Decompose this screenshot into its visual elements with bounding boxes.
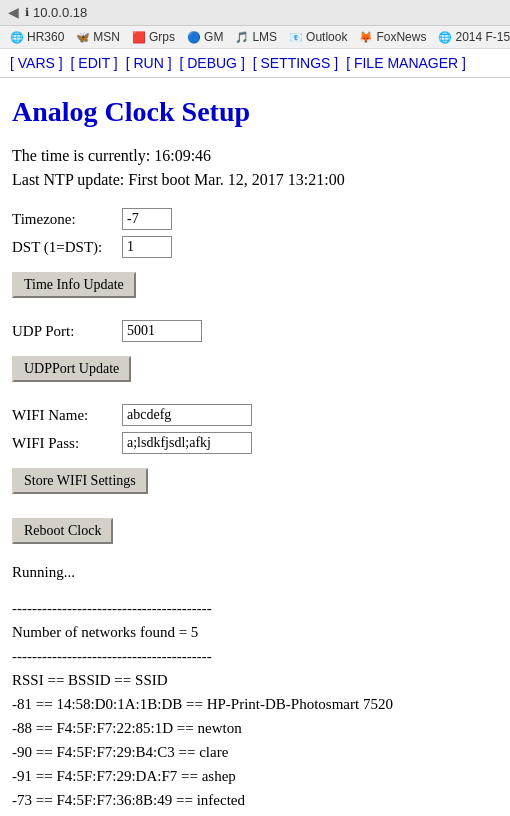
bookmark-f150[interactable]: 🌐 2014 F-150 [434,29,510,45]
bookmark-hr360[interactable]: 🌐 HR360 [6,29,68,45]
wifi-name-row: WIFI Name: [12,404,498,426]
dst-row: DST (1=DST): [12,236,498,258]
url-text: 10.0.0.18 [33,5,87,20]
dst-label: DST (1=DST): [12,239,122,256]
ntp-line: Last NTP update: First boot Mar. 12, 201… [12,168,498,192]
timezone-input[interactable] [122,208,172,230]
nav-file-manager[interactable]: [ FILE MANAGER ] [346,55,466,71]
udp-update-button[interactable]: UDPPort Update [12,356,131,382]
foxnews-icon: 🦊 [359,31,373,44]
f150-icon: 🌐 [438,31,452,44]
time-info: The time is currently: 16:09:46 Last NTP… [12,144,498,192]
page-title: Analog Clock Setup [12,96,498,128]
bookmark-msn-label: MSN [93,30,120,44]
bookmark-lms-label: LMS [252,30,277,44]
network-1: -81 == 14:58:D0:1A:1B:DB == HP-Print-DB-… [12,692,498,716]
outlook-icon: 📧 [289,31,303,44]
timezone-row: Timezone: [12,208,498,230]
bookmark-foxnews[interactable]: 🦊 FoxNews [355,29,430,45]
gm-icon: 🔵 [187,31,201,44]
udp-port-input[interactable] [122,320,202,342]
bookmarks-bar: 🌐 HR360 🦋 MSN 🟥 Grps 🔵 GM 🎵 LMS 📧 Outloo… [0,26,510,49]
status-running: Running... [12,560,498,584]
bookmark-hr360-label: HR360 [27,30,64,44]
browser-bar: ◀ ℹ 10.0.0.18 [0,0,510,26]
info-icon: ℹ [25,6,29,19]
url-bar[interactable]: ℹ 10.0.0.18 [25,5,87,20]
time-update-button[interactable]: Time Info Update [12,272,136,298]
bookmark-outlook-label: Outlook [306,30,347,44]
timezone-label: Timezone: [12,211,122,228]
bookmark-grps[interactable]: 🟥 Grps [128,29,179,45]
nav-vars[interactable]: [ VARS ] [10,55,63,71]
reboot-button[interactable]: Reboot Clock [12,518,113,544]
current-time-line: The time is currently: 16:09:46 [12,144,498,168]
bookmark-f150-label: 2014 F-150 [455,30,510,44]
back-button[interactable]: ◀ [8,4,19,21]
dst-input[interactable] [122,236,172,258]
nav-debug[interactable]: [ DEBUG ] [179,55,244,71]
main-content: Analog Clock Setup The time is currently… [0,78,510,816]
divider-top: ---------------------------------------- [12,596,498,620]
wifi-name-input[interactable] [122,404,252,426]
bookmark-foxnews-label: FoxNews [376,30,426,44]
divider-bottom: ---------------------------------------- [12,644,498,668]
network-2: -88 == F4:5F:F7:22:85:1D == newton [12,716,498,740]
bookmark-lms[interactable]: 🎵 LMS [231,29,281,45]
bookmark-outlook[interactable]: 📧 Outlook [285,29,351,45]
wifi-pass-row: WIFI Pass: [12,432,498,454]
grps-icon: 🟥 [132,31,146,44]
wifi-name-label: WIFI Name: [12,407,122,424]
network-5: -73 == F4:5F:F7:36:8B:49 == infected [12,788,498,812]
bookmark-gm[interactable]: 🔵 GM [183,29,227,45]
bookmark-msn[interactable]: 🦋 MSN [72,29,124,45]
network-3: -90 == F4:5F:F7:29:B4:C3 == clare [12,740,498,764]
bookmark-grps-label: Grps [149,30,175,44]
nav-settings[interactable]: [ SETTINGS ] [253,55,339,71]
udp-port-row: UDP Port: [12,320,498,342]
wifi-pass-input[interactable] [122,432,252,454]
rssi-header: RSSI == BSSID == SSID [12,668,498,692]
networks-found: Number of networks found = 5 [12,620,498,644]
wifi-pass-label: WIFI Pass: [12,435,122,452]
nav-run[interactable]: [ RUN ] [126,55,172,71]
network-4: -91 == F4:5F:F7:29:DA:F7 == ashep [12,764,498,788]
nav-bar: [ VARS ] [ EDIT ] [ RUN ] [ DEBUG ] [ SE… [0,49,510,78]
nav-edit[interactable]: [ EDIT ] [71,55,118,71]
hr360-icon: 🌐 [10,31,24,44]
udp-port-label: UDP Port: [12,323,122,340]
current-time-label: The time is currently: [12,147,150,164]
store-wifi-button[interactable]: Store WIFI Settings [12,468,148,494]
bookmark-gm-label: GM [204,30,223,44]
current-time-value: 16:09:46 [154,147,211,164]
msn-icon: 🦋 [76,31,90,44]
lms-icon: 🎵 [235,31,249,44]
